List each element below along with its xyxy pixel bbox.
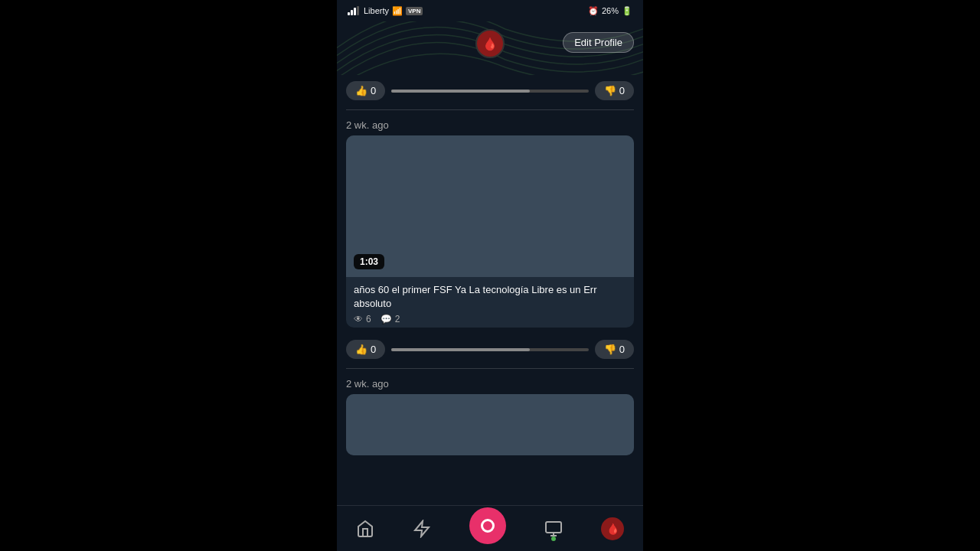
video-stats-1: 👁 6 💬 2 xyxy=(354,314,626,324)
thumbdown-icon-1: 👎 xyxy=(604,344,616,355)
carrier-name: Liberty xyxy=(364,6,389,15)
thumbdown-icon-top: 👎 xyxy=(604,85,616,96)
dislike-button-top[interactable]: 👎 0 xyxy=(595,81,634,100)
status-right: ⏰ 26% 🔋 xyxy=(588,6,632,16)
battery-percent: 26% xyxy=(602,6,619,15)
profile-avatar[interactable]: 🩸 xyxy=(475,29,505,58)
nav-display[interactable] xyxy=(537,517,570,541)
battery-icon: 🔋 xyxy=(622,6,632,16)
video-title-1: años 60 el primer FSF Ya La tecnología L… xyxy=(354,283,626,311)
wifi-icon: 📶 xyxy=(392,6,403,16)
svg-marker-0 xyxy=(415,521,429,536)
post-section-1: 2 wk. ago 1:03 años 60 el primer FSF Ya … xyxy=(337,113,643,365)
header-area: 🩸 Edit Profile xyxy=(337,21,643,75)
display-active-dot xyxy=(551,536,556,541)
like-count-1: 0 xyxy=(371,344,376,355)
status-left: Liberty 📶 VPN xyxy=(348,6,423,16)
rating-row-top: 👍 0 👎 0 xyxy=(337,75,643,106)
status-bar: Liberty 📶 VPN ⏰ 26% 🔋 xyxy=(337,0,643,21)
like-count-top: 0 xyxy=(371,85,376,96)
rating-bar-top xyxy=(391,90,589,93)
divider-1 xyxy=(346,109,634,110)
nav-lightning[interactable] xyxy=(405,517,439,541)
alarm-icon: ⏰ xyxy=(588,6,599,16)
divider-2 xyxy=(346,368,634,369)
views-stat-1: 👁 6 xyxy=(354,314,371,324)
bottom-nav: 🩸 xyxy=(337,505,643,551)
vpn-badge: VPN xyxy=(406,7,423,15)
like-button-top[interactable]: 👍 0 xyxy=(346,81,385,100)
comments-count-1: 2 xyxy=(395,314,400,324)
thumbup-icon-top: 👍 xyxy=(355,85,368,96)
video-duration-1: 1:03 xyxy=(354,254,384,269)
video-card-1[interactable]: 1:03 años 60 el primer FSF Ya La tecnolo… xyxy=(346,135,634,328)
display-icon xyxy=(544,520,563,538)
views-count-1: 6 xyxy=(366,314,371,324)
nav-home[interactable] xyxy=(348,517,382,541)
svg-rect-1 xyxy=(546,522,561,533)
home-icon xyxy=(356,520,374,538)
post-2-time: 2 wk. ago xyxy=(337,372,643,394)
signal-icon xyxy=(348,6,359,15)
eye-icon-1: 👁 xyxy=(354,314,363,324)
dislike-count-1: 0 xyxy=(619,344,625,355)
rating-row-1: 👍 0 👎 0 xyxy=(337,334,643,365)
comment-icon-1: 💬 xyxy=(381,314,392,324)
video-thumbnail-2[interactable] xyxy=(346,394,634,455)
video-card-2[interactable] xyxy=(346,394,634,455)
record-inner xyxy=(481,519,495,533)
nav-profile-avatar: 🩸 xyxy=(601,517,624,540)
edit-profile-button[interactable]: Edit Profile xyxy=(563,32,634,53)
video-thumbnail-1[interactable]: 1:03 xyxy=(346,135,634,277)
post-section-2: 2 wk. ago xyxy=(337,372,643,455)
lightning-icon xyxy=(413,520,431,538)
nav-record[interactable] xyxy=(462,510,514,547)
record-button[interactable] xyxy=(469,507,506,544)
thumbup-icon-1: 👍 xyxy=(355,344,368,355)
dislike-count-top: 0 xyxy=(619,85,625,96)
like-button-1[interactable]: 👍 0 xyxy=(346,340,385,359)
post-1-time: 2 wk. ago xyxy=(337,113,643,135)
comments-stat-1: 💬 2 xyxy=(381,314,400,324)
video-meta-1: años 60 el primer FSF Ya La tecnología L… xyxy=(346,277,634,328)
dislike-button-1[interactable]: 👎 0 xyxy=(595,340,634,359)
nav-profile[interactable]: 🩸 xyxy=(593,514,632,543)
rating-bar-1 xyxy=(391,348,589,351)
content-area: 👍 0 👎 0 2 wk. ago 1:03 años 60 el primer… xyxy=(337,75,643,505)
